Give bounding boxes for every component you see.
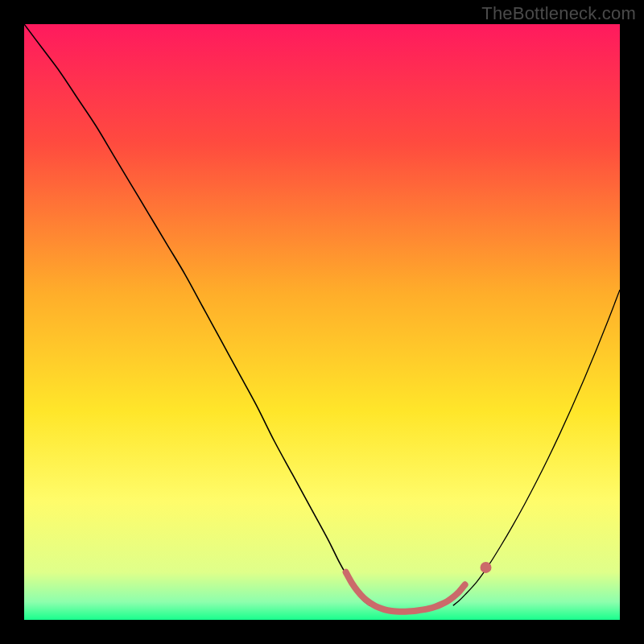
chart-frame: { "watermark": "TheBottleneck.com", "cha… (0, 0, 644, 644)
svg-point-1 (481, 562, 492, 573)
chart-svg (24, 24, 620, 620)
watermark-text: TheBottleneck.com (481, 3, 636, 24)
svg-rect-0 (24, 24, 620, 620)
bottleneck-chart (24, 24, 620, 620)
